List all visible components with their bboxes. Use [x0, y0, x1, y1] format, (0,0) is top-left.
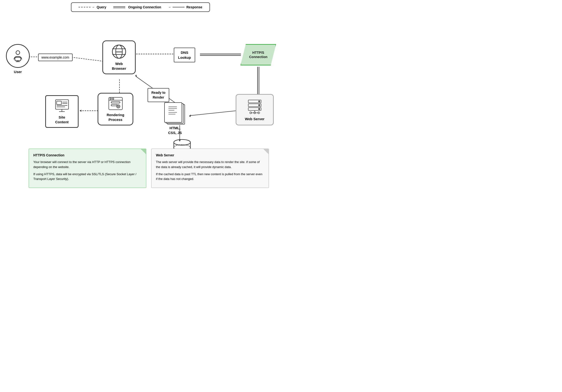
svg-rect-51	[111, 104, 117, 106]
web-browser-box: WWW Web Browser	[102, 40, 136, 74]
https-info-box: HTTP/S Connection Your browser will conn…	[29, 149, 146, 188]
query-line-icon: →	[79, 5, 95, 9]
https-info-para1: Your browser will connect to the server …	[33, 160, 142, 169]
stacked-pages-icon	[164, 102, 186, 124]
https-connection-node: HTTP/S Connection	[240, 44, 276, 65]
legend-query: → Query	[79, 5, 106, 9]
svg-rect-50	[111, 102, 120, 103]
site-content-box: Site Content	[45, 95, 79, 128]
url-box: www.example.com	[38, 54, 73, 61]
svg-marker-19	[80, 110, 82, 112]
svg-line-2	[69, 57, 103, 61]
web-browser-node: WWW Web Browser	[102, 40, 136, 74]
legend-box: → Query Ongoing Connection ← Response	[71, 2, 210, 12]
svg-point-57	[258, 101, 260, 102]
web-server-info-para2: If the cached data is past TTL then new …	[156, 172, 264, 181]
ongoing-line-icon	[114, 6, 125, 8]
web-server-info-box: Web Server The web server will provide t…	[151, 149, 269, 188]
dns-box: DNS Lookup	[174, 48, 195, 62]
svg-rect-46	[109, 97, 122, 110]
svg-point-66	[174, 139, 190, 145]
ongoing-label: Ongoing Connection	[128, 5, 161, 9]
rendering-process-label: Rendering Process	[107, 113, 124, 122]
url-value: www.example.com	[41, 56, 69, 59]
svg-point-52	[117, 105, 120, 108]
rendering-process-node: Rendering Process	[98, 93, 133, 126]
rendering-process-box: Rendering Process	[98, 93, 133, 126]
user-node: User	[5, 44, 31, 74]
site-content-label: Site Content	[55, 115, 69, 124]
web-server-label: Web Server	[245, 117, 264, 121]
svg-text:WWW: WWW	[116, 51, 122, 53]
site-content-node: Site Content	[45, 95, 79, 128]
query-label: Query	[97, 5, 106, 9]
web-server-box: Web Server	[236, 94, 274, 126]
https-label: HTTP/S Connection	[245, 50, 272, 59]
svg-point-48	[110, 98, 111, 100]
svg-line-10	[190, 111, 236, 115]
svg-point-53	[117, 106, 119, 107]
user-label: User	[5, 70, 31, 74]
svg-point-59	[258, 108, 260, 110]
svg-point-58	[258, 104, 260, 106]
https-parallelogram: HTTP/S Connection	[240, 44, 276, 65]
response-line-icon: ←	[168, 5, 185, 9]
web-browser-label: Web Browser	[112, 61, 126, 71]
legend-response: ← Response	[168, 5, 202, 9]
https-info-para2: If using HTTPS, data will be encrypted v…	[33, 172, 142, 181]
svg-rect-41	[57, 101, 61, 104]
web-server-node: Web Server	[236, 94, 274, 126]
info-section: HTTP/S Connection Your browser will conn…	[29, 149, 269, 188]
https-info-title: HTTP/S Connection	[33, 153, 142, 158]
svg-marker-11	[189, 115, 191, 117]
web-server-info-title: Web Server	[156, 153, 264, 158]
ready-to-render-box: Ready to Render	[148, 88, 169, 102]
legend-ongoing: Ongoing Connection	[114, 5, 161, 9]
svg-rect-23	[15, 57, 21, 61]
svg-point-49	[112, 98, 114, 100]
html-css-js-node: HTML, CSS, JS	[164, 102, 186, 135]
user-icon	[6, 44, 30, 68]
svg-marker-15	[135, 74, 137, 77]
response-label: Response	[186, 5, 202, 9]
svg-point-22	[16, 51, 20, 55]
html-css-js-label: HTML, CSS, JS	[164, 126, 186, 135]
web-server-info-para1: The web server will provide the necessar…	[156, 160, 264, 169]
